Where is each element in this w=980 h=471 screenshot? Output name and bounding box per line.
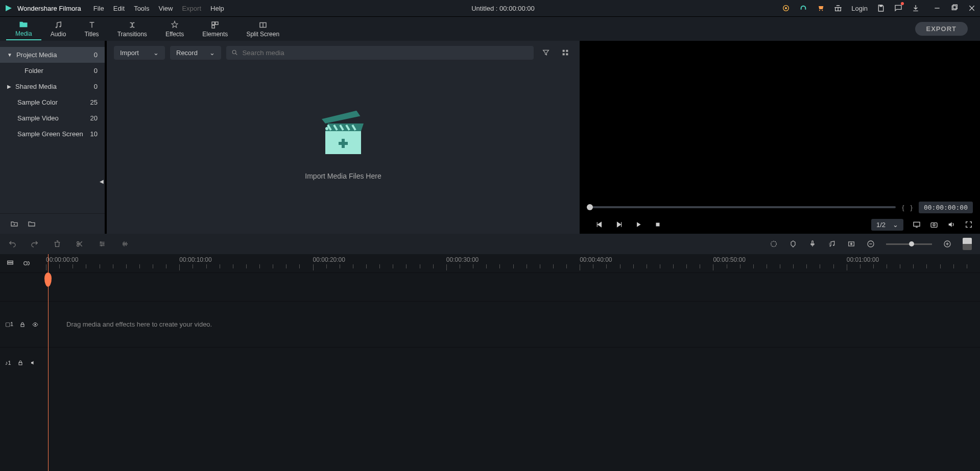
sidebar-item-shared-media[interactable]: ▶Shared Media0 — [0, 79, 105, 94]
support-icon[interactable] — [799, 4, 807, 12]
video-track-1[interactable]: ▢1 Drag media and effects here to create… — [0, 301, 980, 347]
menu-file[interactable]: File — [93, 5, 104, 12]
volume-icon[interactable] — [947, 220, 955, 229]
split-icon[interactable] — [76, 240, 84, 248]
sidebar-item-sample-video[interactable]: Sample Video20 — [0, 110, 105, 126]
manage-tracks-icon[interactable] — [6, 259, 14, 267]
svg-rect-5 — [953, 5, 957, 9]
edit-tools-icon[interactable] — [98, 240, 106, 248]
tab-titles[interactable]: Titles — [75, 18, 108, 40]
open-folder-icon[interactable] — [28, 220, 36, 228]
sidebar-item-sample-color[interactable]: Sample Color25 — [0, 94, 105, 110]
zoom-slider[interactable] — [886, 243, 932, 245]
tab-split-screen[interactable]: Split Screen — [237, 18, 289, 40]
import-dropdown[interactable]: Import⌄ — [114, 46, 165, 60]
snapshot-icon[interactable] — [930, 220, 938, 229]
lock-icon[interactable] — [17, 360, 23, 366]
voiceover-icon[interactable] — [808, 240, 817, 248]
record-dropdown[interactable]: Record⌄ — [170, 46, 221, 60]
svg-rect-37 — [8, 261, 13, 262]
search-media-input[interactable] — [226, 46, 534, 60]
save-icon[interactable] — [877, 4, 885, 12]
mark-in-icon[interactable]: { — [902, 204, 904, 211]
zoom-in-icon[interactable] — [943, 240, 951, 248]
export-button[interactable]: EXPORT — [915, 22, 968, 36]
stop-icon[interactable] — [654, 221, 661, 228]
visibility-icon[interactable] — [32, 321, 39, 328]
new-folder-icon[interactable] — [10, 220, 18, 228]
close-icon[interactable] — [968, 4, 976, 12]
filter-icon[interactable] — [539, 45, 553, 60]
preview-display-icon[interactable] — [913, 220, 921, 229]
chevron-right-icon: ▶ — [7, 84, 11, 89]
render-icon[interactable] — [770, 240, 778, 248]
redo-icon[interactable] — [31, 240, 39, 248]
ruler-label: 00:01:00:00 — [847, 256, 879, 263]
fullscreen-icon[interactable] — [965, 220, 973, 229]
svg-rect-16 — [566, 53, 568, 55]
menu-edit[interactable]: Edit — [113, 5, 125, 12]
app-name: Wondershare Filmora — [17, 5, 81, 12]
delete-icon[interactable] — [53, 240, 61, 248]
ruler-label: 00:00:20:00 — [313, 256, 345, 263]
menu-help[interactable]: Help — [210, 5, 224, 12]
tab-effects[interactable]: Effects — [156, 18, 193, 40]
ruler-label: 00:00:00:00 — [46, 256, 78, 263]
zoom-to-fit-icon[interactable] — [963, 238, 972, 250]
undo-icon[interactable] — [8, 240, 16, 248]
svg-rect-9 — [216, 22, 218, 24]
audio-waveform-icon[interactable] — [121, 240, 130, 248]
svg-point-6 — [56, 27, 57, 28]
ruler-label: 00:00:40:00 — [580, 256, 612, 263]
login-button[interactable]: Login — [851, 5, 868, 12]
audio-mixer-icon[interactable] — [828, 240, 836, 248]
zoom-out-icon[interactable] — [867, 240, 875, 248]
search-icon — [231, 49, 238, 56]
tab-transitions[interactable]: Transitions — [108, 18, 156, 40]
minimize-icon[interactable] — [933, 4, 941, 12]
svg-point-28 — [103, 243, 104, 245]
menu-tools[interactable]: Tools — [134, 5, 149, 12]
preview-scrubber[interactable] — [587, 206, 896, 208]
grid-view-icon[interactable] — [558, 45, 572, 60]
audio-track-1[interactable]: ♪1 — [0, 347, 980, 378]
play-icon[interactable] — [635, 221, 642, 228]
svg-rect-10 — [212, 25, 214, 28]
tab-audio[interactable]: Audio — [41, 18, 76, 40]
cart-icon[interactable] — [817, 4, 825, 12]
maximize-icon[interactable] — [950, 4, 959, 12]
mark-out-icon[interactable]: } — [911, 204, 913, 211]
sidebar-item-project-media[interactable]: ▼Project Media0 — [0, 47, 105, 63]
svg-point-24 — [933, 224, 935, 226]
tab-media[interactable]: Media — [6, 18, 41, 40]
svg-point-27 — [100, 241, 102, 243]
ruler-label: 00:00:50:00 — [713, 256, 745, 263]
tab-elements[interactable]: Elements — [193, 18, 237, 40]
dropzone-text: Import Media Files Here — [305, 172, 381, 180]
auto-ripple-icon[interactable] — [22, 259, 31, 267]
timeline-ruler[interactable]: 00:00:00:0000:00:10:0000:00:20:0000:00:3… — [46, 254, 980, 272]
chevron-down-icon: ⌄ — [893, 221, 898, 229]
message-icon[interactable] — [894, 4, 902, 13]
menu-view[interactable]: View — [158, 5, 173, 12]
mute-icon[interactable] — [30, 360, 37, 366]
marker-icon[interactable] — [789, 240, 797, 248]
svg-point-20 — [325, 127, 328, 130]
sidebar-item-folder[interactable]: Folder0 — [0, 63, 105, 79]
preview-quality-dropdown[interactable]: 1/2⌄ — [871, 219, 903, 231]
tips-icon[interactable] — [782, 4, 790, 12]
sidebar-item-sample-green-screen[interactable]: Sample Green Screen10 — [0, 126, 105, 142]
svg-point-32 — [829, 245, 831, 247]
preview-viewport[interactable] — [580, 41, 980, 199]
import-dropzone[interactable]: Import Media Files Here — [107, 59, 580, 232]
chevron-down-icon: ⌄ — [209, 49, 215, 57]
prev-frame-icon[interactable] — [596, 221, 603, 228]
keyframe-icon[interactable] — [847, 240, 855, 248]
step-forward-icon[interactable] — [615, 221, 623, 228]
svg-rect-8 — [212, 22, 214, 24]
lock-icon[interactable] — [19, 321, 26, 328]
download-icon[interactable] — [912, 4, 920, 12]
collapse-sidebar-icon[interactable]: ◀ — [100, 179, 104, 184]
menu-bar: File Edit Tools View Export Help — [93, 5, 224, 12]
gift-icon[interactable] — [834, 4, 842, 12]
